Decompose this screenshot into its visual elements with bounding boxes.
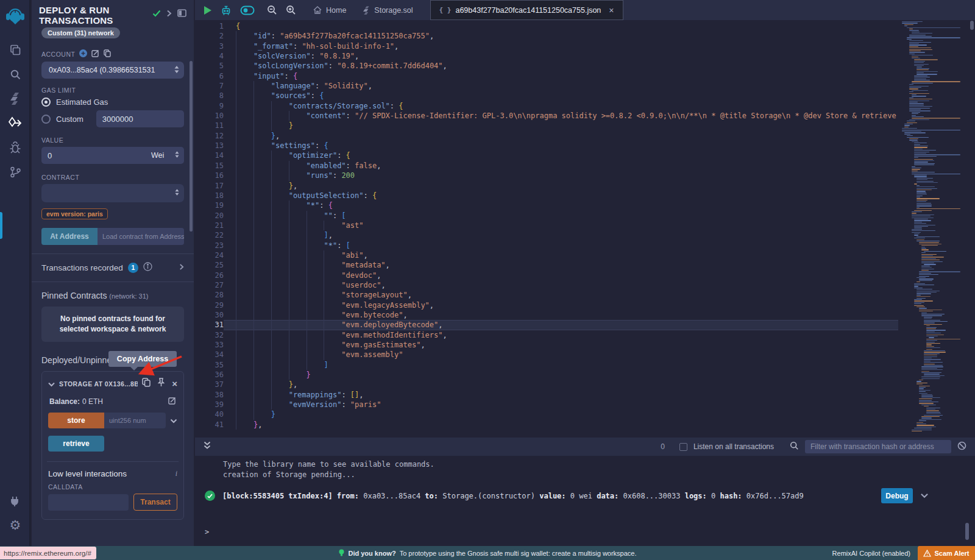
run-script-icon[interactable] bbox=[204, 5, 212, 15]
account-select[interactable]: 0xA03...85ac4 (0.39866531531 bbox=[41, 62, 184, 79]
contract-select[interactable] bbox=[41, 184, 184, 202]
code-line: 6"input": { bbox=[195, 71, 898, 81]
minimap-row bbox=[904, 132, 926, 133]
listen-all-checkbox[interactable] bbox=[679, 443, 687, 451]
settings-gear-icon[interactable]: ⚙ bbox=[0, 513, 30, 537]
remix-logo-icon[interactable] bbox=[0, 2, 30, 30]
expand-args-chevron-icon[interactable] bbox=[170, 415, 177, 426]
split-view-icon[interactable] bbox=[177, 9, 186, 19]
add-account-icon[interactable] bbox=[79, 49, 87, 58]
tx-expand-chevron-icon[interactable] bbox=[920, 492, 929, 500]
tab-home[interactable]: Home bbox=[305, 0, 355, 20]
pin-panel-chevron-icon[interactable] bbox=[166, 9, 172, 19]
sidepanel-scrollbar[interactable] bbox=[190, 61, 193, 232]
minimap-row bbox=[921, 260, 940, 260]
minimap-row bbox=[916, 197, 920, 197]
minimap[interactable] bbox=[898, 20, 970, 434]
code-line-content: }, bbox=[224, 380, 898, 389]
pin-contract-icon[interactable] bbox=[157, 378, 165, 389]
tab-storage-sol[interactable]: Storage.sol bbox=[355, 0, 421, 20]
minimap-row bbox=[912, 116, 924, 117]
minimap-row bbox=[916, 203, 931, 204]
minimap-row bbox=[926, 347, 940, 348]
code-line-content: } bbox=[224, 121, 898, 130]
zoom-out-icon[interactable] bbox=[267, 5, 277, 15]
tab-json-file[interactable]: { } a69b43f277ba20fcac141151250ca755.jso… bbox=[430, 0, 623, 20]
minimap-row bbox=[912, 113, 918, 114]
minimap-row bbox=[916, 208, 960, 209]
terminal-scrollbar[interactable] bbox=[965, 523, 969, 540]
terminal-prompt[interactable]: > bbox=[205, 528, 209, 536]
tab-json-label: a69b43f277ba20fcac141151250ca755.json bbox=[455, 6, 601, 15]
debug-button[interactable]: Debug bbox=[881, 488, 913, 503]
collapse-terminal-icon[interactable] bbox=[204, 441, 211, 452]
sign-message-icon[interactable] bbox=[91, 49, 99, 58]
calldata-input[interactable] bbox=[48, 494, 129, 511]
remove-contract-icon[interactable]: × bbox=[172, 378, 177, 389]
git-icon[interactable] bbox=[0, 160, 30, 184]
minimap-row bbox=[914, 80, 930, 80]
store-function-button[interactable]: store bbox=[48, 413, 104, 428]
transactions-info-icon[interactable] bbox=[143, 262, 152, 273]
load-contract-input[interactable]: Load contract from Address bbox=[98, 228, 184, 245]
radio-unselected-icon bbox=[41, 115, 51, 124]
code-editor[interactable]: 1{2"id": "a69b43f277ba20fcac141151250ca7… bbox=[195, 20, 975, 438]
store-arg-input[interactable]: uint256 num bbox=[104, 413, 166, 428]
minimap-row bbox=[921, 261, 943, 262]
custom-gas-input[interactable]: 3000000 bbox=[96, 110, 184, 127]
plugin-manager-icon[interactable] bbox=[0, 489, 30, 513]
minimap-row bbox=[916, 191, 926, 191]
deployed-contract-name: STORAGE AT 0X136...8B78 bbox=[59, 380, 138, 388]
file-explorer-icon[interactable] bbox=[0, 38, 30, 62]
rail-bottom-group: ⚙ bbox=[0, 489, 30, 537]
minimap-row bbox=[912, 32, 920, 32]
zoom-in-icon[interactable] bbox=[286, 5, 296, 15]
copy-address-icon[interactable] bbox=[142, 378, 151, 389]
low-level-info-icon[interactable]: i bbox=[176, 469, 177, 478]
copy-account-icon[interactable] bbox=[104, 49, 111, 58]
transaction-log-row[interactable]: [block:5583405 txIndex:4] from: 0xa03...… bbox=[195, 488, 975, 503]
code-line-content: "id": "a69b43f277ba20fcac141151250ca755"… bbox=[224, 31, 898, 41]
copilot-toggle-icon[interactable] bbox=[240, 5, 255, 15]
minimap-row bbox=[921, 394, 932, 395]
minimap-row bbox=[912, 83, 933, 83]
unit-stepper-icon bbox=[175, 151, 179, 160]
card-divider bbox=[47, 461, 179, 462]
scam-alert-button[interactable]: Scam Alert bbox=[918, 546, 975, 560]
code-line: 5"solcLongVersion": "0.8.19+commit.7dd6d… bbox=[195, 61, 898, 71]
retrieve-function-button[interactable]: retrieve bbox=[48, 436, 104, 452]
minimap-row bbox=[921, 252, 926, 253]
minimap-row bbox=[909, 108, 930, 108]
transaction-filter-input[interactable]: Filter with transaction hash or address bbox=[805, 440, 951, 453]
minimap-row bbox=[919, 308, 927, 308]
did-you-know-tip: Did you know? To prototype using the Gno… bbox=[338, 549, 636, 557]
transact-button[interactable]: Transact bbox=[133, 494, 177, 511]
contract-collapse-chevron-icon[interactable] bbox=[48, 378, 55, 389]
at-address-button[interactable]: At Address bbox=[41, 228, 98, 245]
code-line-content: "*": [ bbox=[224, 241, 898, 250]
solidity-compiler-icon[interactable] bbox=[0, 87, 30, 111]
tab-storage-label: Storage.sol bbox=[374, 6, 413, 15]
minimap-row bbox=[912, 94, 916, 95]
transactions-expand-chevron-icon[interactable] bbox=[179, 263, 184, 272]
minimap-row bbox=[921, 368, 937, 369]
minimap-row bbox=[926, 340, 937, 341]
code-line: 18"outputSelection": { bbox=[195, 191, 898, 200]
remixai-robot-icon[interactable] bbox=[221, 5, 232, 16]
terminal-body[interactable]: Type the library name to see available c… bbox=[195, 456, 975, 546]
clear-console-icon[interactable] bbox=[957, 441, 966, 453]
search-icon[interactable] bbox=[0, 62, 30, 87]
debugger-icon[interactable] bbox=[0, 135, 30, 160]
editor-scrollbar[interactable] bbox=[970, 21, 974, 30]
edit-balance-icon[interactable] bbox=[168, 397, 176, 406]
deploy-and-run-icon[interactable] bbox=[0, 111, 30, 135]
custom-gas-radio[interactable]: Custom 3000000 bbox=[41, 110, 184, 127]
value-unit-select[interactable]: Wei bbox=[144, 147, 184, 164]
close-tab-icon[interactable]: × bbox=[609, 5, 614, 15]
estimated-gas-radio[interactable]: Estimated Gas bbox=[41, 97, 184, 107]
minimap-row bbox=[904, 127, 909, 127]
minimap-row bbox=[912, 96, 926, 96]
value-input[interactable]: 0 bbox=[41, 147, 144, 164]
minimap-row bbox=[921, 314, 945, 314]
line-number: 37 bbox=[195, 380, 224, 389]
